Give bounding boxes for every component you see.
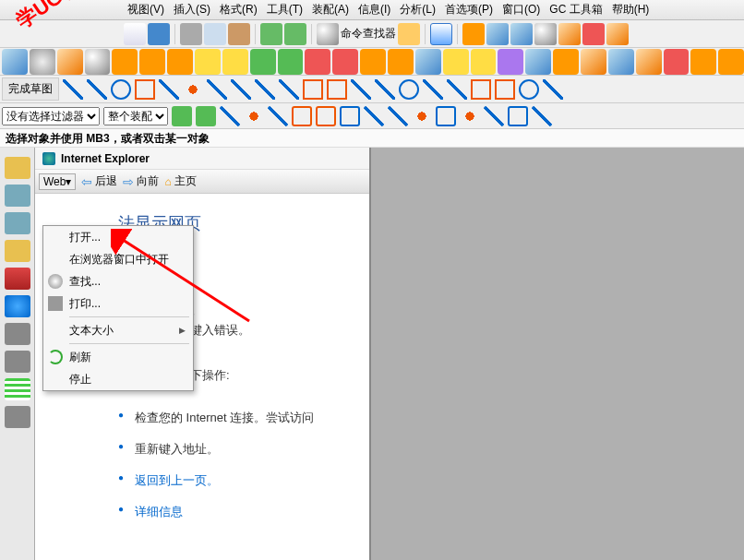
sk4-icon[interactable] (471, 79, 491, 100)
undo-icon[interactable] (260, 23, 282, 45)
sel6-icon[interactable] (292, 106, 312, 126)
pocket-icon[interactable] (250, 49, 276, 75)
hd3d-icon[interactable] (5, 268, 30, 290)
assembly-select[interactable]: 整个装配 (103, 107, 168, 125)
sel1-icon[interactable] (172, 106, 192, 126)
thicken-icon[interactable] (636, 49, 662, 75)
trim-icon[interactable] (415, 49, 441, 75)
mirror-icon[interactable] (525, 49, 551, 75)
copy-icon[interactable] (204, 23, 226, 45)
extra-icon[interactable] (5, 406, 30, 428)
info-icon[interactable] (430, 23, 452, 45)
view1-icon[interactable] (582, 23, 605, 45)
home-button[interactable]: ⌂主页 (164, 173, 196, 189)
menu-insert[interactable]: 插入(S) (170, 0, 214, 19)
cut-icon[interactable] (180, 23, 202, 45)
feature1-icon[interactable] (664, 49, 690, 75)
spline-icon[interactable] (159, 79, 179, 100)
sel2-icon[interactable] (196, 106, 216, 126)
shell-icon[interactable] (360, 49, 386, 75)
sk6-icon[interactable] (519, 79, 539, 100)
boss-icon[interactable] (222, 49, 248, 75)
circle-icon[interactable] (111, 79, 131, 100)
line-icon[interactable] (63, 79, 83, 100)
menu-format[interactable]: 格式(R) (216, 0, 261, 19)
chamfer-icon[interactable] (332, 49, 358, 75)
suggestion-details[interactable]: 详细信息 (118, 496, 360, 528)
pattern-icon[interactable] (553, 49, 579, 75)
cylinder-icon[interactable] (30, 49, 55, 75)
system-icon[interactable] (5, 351, 30, 373)
sk2-icon[interactable] (423, 79, 443, 100)
extrude-icon[interactable] (112, 49, 138, 75)
mirror-curve-icon[interactable] (327, 79, 347, 100)
sk7-icon[interactable] (543, 79, 563, 100)
point-icon[interactable] (183, 79, 203, 100)
cmd-finder-icon[interactable] (398, 23, 420, 45)
menu-text-size[interactable]: 文本大小 (43, 319, 193, 341)
feature2-icon[interactable] (690, 49, 716, 75)
web-menu-button[interactable]: Web▾ (39, 173, 76, 190)
shade-icon[interactable] (486, 23, 509, 45)
sk5-icon[interactable] (495, 79, 515, 100)
menu-open[interactable]: 打开... (43, 226, 193, 248)
menu-gc-toolbox[interactable]: GC 工具箱 (546, 0, 606, 19)
sel5-icon[interactable] (268, 106, 288, 126)
view2-icon[interactable] (606, 23, 629, 45)
arc-icon[interactable] (87, 79, 107, 100)
snap4-icon[interactable] (436, 106, 456, 126)
back-button[interactable]: ⇦后退 (81, 173, 117, 189)
menu-find[interactable]: 查找... (43, 270, 193, 292)
finish-sketch-button[interactable]: 完成草图 (2, 77, 59, 101)
sel3-icon[interactable] (220, 106, 240, 126)
reuse-icon[interactable] (5, 240, 30, 262)
binoculars-icon[interactable] (317, 23, 339, 45)
filter-select[interactable]: 没有选择过滤器 (2, 107, 100, 125)
offset-icon[interactable] (581, 49, 606, 75)
paste-icon[interactable] (228, 23, 250, 45)
trim-curve-icon[interactable] (231, 79, 251, 100)
menu-open-in-browser[interactable]: 在浏览器窗口中打开 (43, 248, 193, 270)
hole-icon[interactable] (195, 49, 221, 75)
snap1-icon[interactable] (364, 106, 384, 126)
sel8-icon[interactable] (340, 106, 360, 126)
redo-icon[interactable] (284, 23, 306, 45)
suggestion-go-back[interactable]: 返回到上一页。 (118, 465, 360, 496)
unite-icon[interactable] (443, 49, 469, 75)
history-icon[interactable] (5, 323, 30, 345)
menu-refresh[interactable]: 刷新 (43, 346, 193, 368)
graphics-viewport[interactable] (371, 148, 744, 560)
dim-icon[interactable] (351, 79, 371, 100)
menu-assembly[interactable]: 装配(A) (308, 0, 353, 19)
cone-icon[interactable] (57, 49, 83, 75)
snap3-icon[interactable] (412, 106, 432, 126)
menu-tools[interactable]: 工具(T) (263, 0, 306, 19)
revolve-icon[interactable] (139, 49, 165, 75)
draft-icon[interactable] (388, 49, 414, 75)
menu-prefs[interactable]: 首选项(P) (441, 0, 497, 19)
fillet-icon[interactable] (207, 79, 227, 100)
intersect-icon[interactable] (498, 49, 523, 75)
ie-tab-icon[interactable] (5, 295, 30, 317)
menu-help[interactable]: 帮助(H) (608, 0, 654, 19)
wireframe-icon[interactable] (510, 23, 533, 45)
pad-icon[interactable] (278, 49, 304, 75)
part-navigator-icon[interactable] (5, 157, 30, 179)
snap2-icon[interactable] (388, 106, 408, 126)
snap5-icon[interactable] (460, 106, 480, 126)
assembly-nav-icon[interactable] (5, 185, 30, 207)
sel4-icon[interactable] (244, 106, 264, 126)
menu-view[interactable]: 视图(V) (124, 0, 168, 19)
blend-icon[interactable] (305, 49, 330, 75)
offset-curve-icon[interactable] (279, 79, 299, 100)
sel7-icon[interactable] (316, 106, 336, 126)
new-icon[interactable] (124, 23, 146, 45)
sk1-icon[interactable] (399, 79, 419, 100)
menu-window[interactable]: 窗口(O) (498, 0, 544, 19)
feature3-icon[interactable] (718, 49, 744, 75)
sk3-icon[interactable] (447, 79, 467, 100)
menu-stop[interactable]: 停止 (43, 368, 193, 390)
render-icon[interactable] (534, 23, 557, 45)
menu-print[interactable]: 打印... (43, 292, 193, 315)
snap6-icon[interactable] (484, 106, 504, 126)
